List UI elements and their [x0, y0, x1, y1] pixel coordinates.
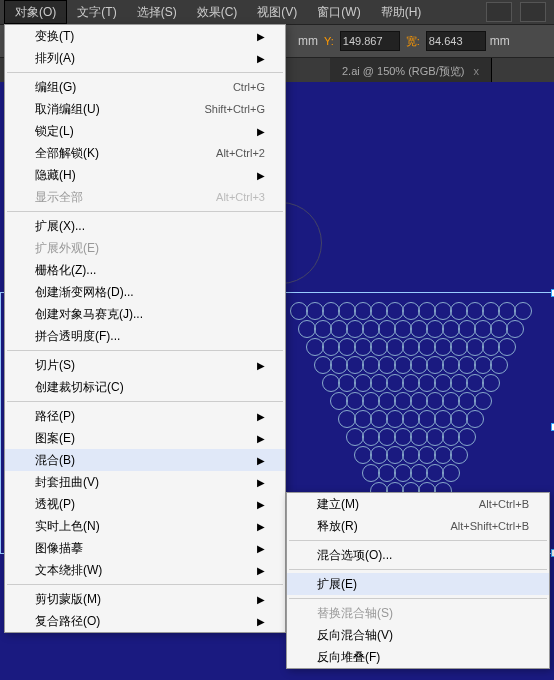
toolbar-icon[interactable] [520, 2, 546, 22]
submenu-arrow-icon: ▶ [257, 543, 265, 554]
blend-submenu: 建立(M)Alt+Ctrl+B 释放(R)Alt+Shift+Ctrl+B 混合… [286, 492, 550, 669]
menu-effect[interactable]: 效果(C) [187, 0, 248, 24]
menu-imgtrace[interactable]: 图像描摹▶ [5, 537, 285, 559]
menu-textwrap[interactable]: 文本绕排(W)▶ [5, 559, 285, 581]
submenu-arrow-icon: ▶ [257, 433, 265, 444]
menu-perspective[interactable]: 透视(P)▶ [5, 493, 285, 515]
menu-envelope[interactable]: 封套扭曲(V)▶ [5, 471, 285, 493]
submenu-replace: 替换混合轴(S) [287, 602, 549, 624]
separator [289, 540, 547, 541]
submenu-make[interactable]: 建立(M)Alt+Ctrl+B [287, 493, 549, 515]
separator [289, 598, 547, 599]
menu-gradmesh[interactable]: 创建渐变网格(D)... [5, 281, 285, 303]
submenu-revstack[interactable]: 反向堆叠(F) [287, 646, 549, 668]
menu-clip[interactable]: 剪切蒙版(M)▶ [5, 588, 285, 610]
close-icon[interactable]: x [474, 65, 480, 77]
menu-window[interactable]: 窗口(W) [307, 0, 370, 24]
submenu-expand[interactable]: 扩展(E) [287, 573, 549, 595]
submenu-arrow-icon: ▶ [257, 616, 265, 627]
separator [7, 72, 283, 73]
menu-object[interactable]: 对象(O) [4, 0, 67, 24]
menu-lock[interactable]: 锁定(L)▶ [5, 120, 285, 142]
unit-suffix: mm [298, 34, 318, 48]
submenu-reverse[interactable]: 反向混合轴(V) [287, 624, 549, 646]
submenu-arrow-icon: ▶ [257, 521, 265, 532]
menu-hide[interactable]: 隐藏(H)▶ [5, 164, 285, 186]
w-input[interactable] [426, 31, 486, 51]
menu-unlockall[interactable]: 全部解锁(K)Alt+Ctrl+2 [5, 142, 285, 164]
menu-blend[interactable]: 混合(B)▶ [5, 449, 285, 471]
menu-showall: 显示全部Alt+Ctrl+3 [5, 186, 285, 208]
menu-slice[interactable]: 切片(S)▶ [5, 354, 285, 376]
menubar: 对象(O) 文字(T) 选择(S) 效果(C) 视图(V) 窗口(W) 帮助(H… [0, 0, 554, 25]
separator [7, 350, 283, 351]
shortcut: Alt+Ctrl+3 [216, 191, 265, 203]
shortcut: Alt+Shift+Ctrl+B [450, 520, 529, 532]
menu-pattern[interactable]: 图案(E)▶ [5, 427, 285, 449]
y-label: Y: [324, 35, 334, 47]
menu-compound[interactable]: 复合路径(O)▶ [5, 610, 285, 632]
menu-group[interactable]: 编组(G)Ctrl+G [5, 76, 285, 98]
separator [7, 401, 283, 402]
menu-view[interactable]: 视图(V) [247, 0, 307, 24]
object-menu-dropdown: 变换(T)▶ 排列(A)▶ 编组(G)Ctrl+G 取消编组(U)Shift+C… [4, 24, 286, 633]
submenu-arrow-icon: ▶ [257, 360, 265, 371]
shortcut: Alt+Ctrl+B [479, 498, 529, 510]
menu-type[interactable]: 文字(T) [67, 0, 126, 24]
menu-transform[interactable]: 变换(T)▶ [5, 25, 285, 47]
unit-suffix: mm [490, 34, 510, 48]
w-label: 宽: [406, 34, 420, 49]
submenu-release[interactable]: 释放(R)Alt+Shift+Ctrl+B [287, 515, 549, 537]
submenu-arrow-icon: ▶ [257, 411, 265, 422]
menu-flatten[interactable]: 拼合透明度(F)... [5, 325, 285, 347]
menu-mosaic[interactable]: 创建对象马赛克(J)... [5, 303, 285, 325]
submenu-options[interactable]: 混合选项(O)... [287, 544, 549, 566]
menu-expand[interactable]: 扩展(X)... [5, 215, 285, 237]
separator [7, 584, 283, 585]
menu-arrange[interactable]: 排列(A)▶ [5, 47, 285, 69]
separator [289, 569, 547, 570]
submenu-arrow-icon: ▶ [257, 53, 265, 64]
submenu-arrow-icon: ▶ [257, 477, 265, 488]
toolbar-icon[interactable] [486, 2, 512, 22]
submenu-arrow-icon: ▶ [257, 170, 265, 181]
submenu-arrow-icon: ▶ [257, 594, 265, 605]
shortcut: Shift+Ctrl+G [204, 103, 265, 115]
separator [7, 211, 283, 212]
menu-ungroup[interactable]: 取消编组(U)Shift+Ctrl+G [5, 98, 285, 120]
tab-label: 2.ai @ 150% (RGB/预览) [342, 65, 464, 77]
menu-expandapp: 扩展外观(E) [5, 237, 285, 259]
submenu-arrow-icon: ▶ [257, 499, 265, 510]
menu-livepaint[interactable]: 实时上色(N)▶ [5, 515, 285, 537]
menu-help[interactable]: 帮助(H) [371, 0, 432, 24]
submenu-arrow-icon: ▶ [257, 565, 265, 576]
y-input[interactable] [340, 31, 400, 51]
submenu-arrow-icon: ▶ [257, 126, 265, 137]
document-tab[interactable]: 2.ai @ 150% (RGB/预览) x [330, 58, 492, 84]
shortcut: Alt+Ctrl+2 [216, 147, 265, 159]
menu-rasterize[interactable]: 栅格化(Z)... [5, 259, 285, 281]
menu-path[interactable]: 路径(P)▶ [5, 405, 285, 427]
submenu-arrow-icon: ▶ [257, 455, 265, 466]
submenu-arrow-icon: ▶ [257, 31, 265, 42]
shortcut: Ctrl+G [233, 81, 265, 93]
menu-select[interactable]: 选择(S) [127, 0, 187, 24]
menu-trim[interactable]: 创建裁切标记(C) [5, 376, 285, 398]
